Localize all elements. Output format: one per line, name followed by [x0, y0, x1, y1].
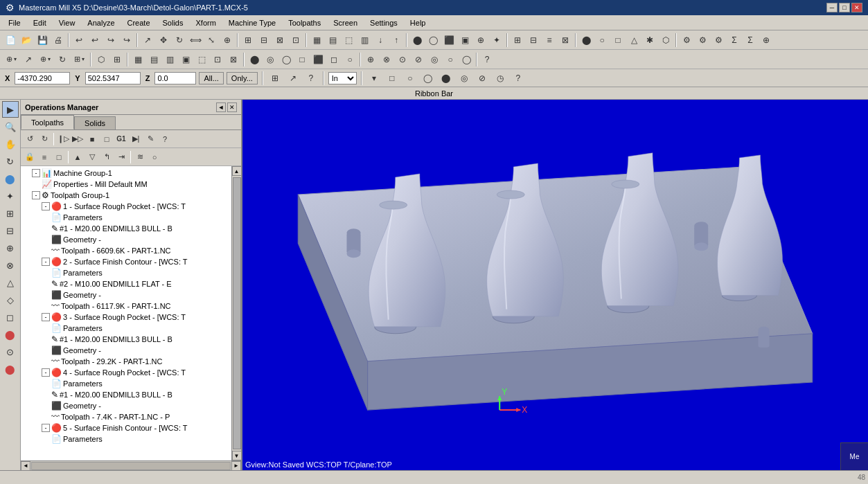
tree-op4-toolpath[interactable]: 〰 Toolpath - 7.4K - PART-1.NC - P — [21, 411, 231, 422]
tb-f4[interactable]: Σ — [727, 33, 742, 48]
hscroll-track[interactable] — [31, 462, 231, 470]
ops-tb-stop[interactable]: ■ — [85, 132, 99, 146]
tb2-shade7[interactable]: ○ — [342, 52, 357, 67]
tb2-d2[interactable]: ⊞ — [109, 52, 125, 67]
tb2-view2[interactable]: ▤ — [146, 52, 161, 67]
tree-op4-params[interactable]: 📄 Parameters — [21, 378, 231, 389]
menu-settings[interactable]: Settings — [364, 17, 403, 28]
tb-c6[interactable]: ✦ — [489, 33, 504, 48]
tb-b4[interactable]: ▥ — [357, 33, 372, 48]
tb-select[interactable]: ↗ — [140, 33, 155, 48]
tb2-help[interactable]: ? — [479, 52, 495, 67]
tree-op3-geom[interactable]: ⬛ Geometry - — [21, 345, 231, 356]
coord-b4[interactable]: □ — [384, 71, 400, 86]
tree-op1-params[interactable]: 📄 Parameters — [21, 212, 231, 223]
tree-op1[interactable]: - 🔴 1 - Surface Rough Pocket - [WCS: T — [21, 201, 231, 212]
tb-b2[interactable]: ▤ — [325, 33, 340, 48]
left-btn-zoom[interactable]: 🔍 — [2, 118, 19, 135]
tb-snap2[interactable]: ⊟ — [256, 33, 272, 48]
tb-snap[interactable]: ⊞ — [240, 33, 256, 48]
tree-op3-tool[interactable]: ✎ #1 - M20.00 ENDMILL3 BULL - B — [21, 334, 231, 345]
left-btn-b15[interactable]: ⊙ — [2, 343, 19, 360]
menu-help[interactable]: Help — [405, 17, 432, 28]
coord-b1[interactable]: ⊞ — [267, 71, 283, 86]
ops-tb-redo[interactable]: ↻ — [37, 132, 51, 146]
tb-d3[interactable]: ≡ — [542, 33, 557, 48]
tb2-shade4[interactable]: □ — [294, 52, 310, 67]
tree-op2-params[interactable]: 📄 Parameters — [21, 267, 231, 278]
tb2-view1[interactable]: ▦ — [130, 52, 145, 67]
coord-b6[interactable]: ◯ — [420, 71, 436, 86]
tb2-e7[interactable]: ◯ — [459, 52, 474, 67]
tb2-shade3[interactable]: ◯ — [278, 52, 294, 67]
tb2-snap-all[interactable]: ⊕ ▾ — [3, 52, 20, 67]
x-input[interactable] — [15, 72, 70, 84]
left-btn-select[interactable]: ▶ — [2, 101, 19, 118]
ops-tb-up[interactable]: ▲ — [71, 150, 85, 164]
ops-tb-undo[interactable]: ↺ — [23, 132, 37, 146]
ops-tb-left[interactable]: ↰ — [100, 150, 114, 164]
menu-view[interactable]: View — [53, 17, 81, 28]
tree-op2-tool[interactable]: ✎ #2 - M10.00 ENDMILL1 FLAT - E — [21, 278, 231, 289]
ops-tb-box[interactable]: □ — [52, 150, 66, 164]
tb2-d1[interactable]: ⬡ — [94, 52, 109, 67]
tree-op3-toolpath[interactable]: 〰 Toolpath - 29.2K - PART-1.NC — [21, 356, 231, 367]
tb-e6[interactable]: ⬡ — [658, 33, 673, 48]
ops-tb-lock[interactable]: 🔒 — [23, 150, 37, 164]
tb-mirror[interactable]: ⟺ — [188, 33, 203, 48]
tb-print[interactable]: 🖨 — [51, 33, 66, 48]
tb2-shade6[interactable]: ◻ — [326, 52, 342, 67]
tb2-c1[interactable]: ↻ — [55, 52, 70, 67]
tb-b6[interactable]: ↑ — [389, 33, 404, 48]
ops-tb-edit[interactable]: ✎ — [143, 132, 157, 146]
left-btn-rotate-view[interactable]: ↻ — [2, 153, 19, 170]
menu-analyze[interactable]: Analyze — [82, 17, 120, 28]
minimize-button[interactable]: ─ — [826, 3, 838, 12]
left-btn-b7[interactable]: ⊞ — [2, 205, 19, 222]
y-input[interactable] — [85, 72, 141, 84]
tb-e1[interactable]: ⬤ — [578, 33, 594, 48]
coord-b2[interactable]: ↗ — [285, 71, 301, 86]
left-btn-b5[interactable]: ⬤ — [2, 170, 19, 187]
tb-points[interactable]: ⊡ — [288, 33, 303, 48]
tree-op2-geom[interactable]: ⬛ Geometry - — [21, 289, 231, 301]
menu-toolpaths[interactable]: Toolpaths — [283, 17, 326, 28]
tree-op3[interactable]: - 🔴 3 - Surface Rough Pocket - [WCS: T — [21, 312, 231, 323]
tb2-e1[interactable]: ⊕ — [363, 52, 378, 67]
tb-e2[interactable]: ○ — [594, 33, 610, 48]
tree-op1-geom[interactable]: ⬛ Geometry - — [21, 234, 231, 245]
scroll-thumb[interactable] — [233, 177, 241, 449]
scroll-up-btn[interactable]: ▲ — [232, 166, 242, 176]
ops-expand-btn[interactable]: ◄ — [216, 102, 226, 112]
coord-select-btn[interactable]: ▾ — [366, 71, 382, 86]
only-button[interactable]: Only... — [227, 72, 258, 84]
ops-tb-circle[interactable]: ○ — [148, 150, 161, 164]
tb2-snap2[interactable]: ⊕ ▾ — [37, 52, 54, 67]
left-btn-b8[interactable]: ⊟ — [2, 222, 19, 239]
scroll-down-btn[interactable]: ▼ — [232, 451, 242, 460]
expand-toolpath-group[interactable]: - — [32, 191, 40, 199]
menu-machine-type[interactable]: Machine Type — [223, 17, 281, 28]
ops-tb-step2[interactable]: ▶| — [129, 132, 143, 146]
ops-tb-wave[interactable]: ≋ — [133, 150, 147, 164]
tb2-e4[interactable]: ⊘ — [411, 52, 426, 67]
tb-d4[interactable]: ⊠ — [558, 33, 573, 48]
tb-b5[interactable]: ↓ — [373, 33, 388, 48]
ops-tb-g1[interactable]: G1 — [114, 132, 128, 146]
tb-rotate[interactable]: ↻ — [172, 33, 187, 48]
ops-tb-right[interactable]: ⇥ — [114, 150, 128, 164]
tb-f6[interactable]: ⊕ — [759, 33, 774, 48]
left-btn-b11[interactable]: △ — [2, 274, 19, 291]
tb-f5[interactable]: Σ — [743, 33, 758, 48]
tb-c2[interactable]: ◯ — [425, 33, 441, 48]
tree-op4-tool[interactable]: ✎ #1 - M20.00 ENDMILL3 BULL - B — [21, 389, 231, 400]
tb-move[interactable]: ✥ — [156, 33, 171, 48]
tb-e3[interactable]: □ — [610, 33, 626, 48]
menu-xform[interactable]: Xform — [191, 17, 222, 28]
tb-save[interactable]: 💾 — [35, 33, 50, 48]
ops-tb-run-all[interactable]: ▶▷ — [71, 132, 85, 146]
tb-c3[interactable]: ⬛ — [441, 33, 457, 48]
tb2-wcs[interactable]: ⊞ ▾ — [71, 52, 88, 67]
tb-c4[interactable]: ▣ — [457, 33, 472, 48]
left-btn-b9[interactable]: ⊕ — [2, 240, 19, 256]
